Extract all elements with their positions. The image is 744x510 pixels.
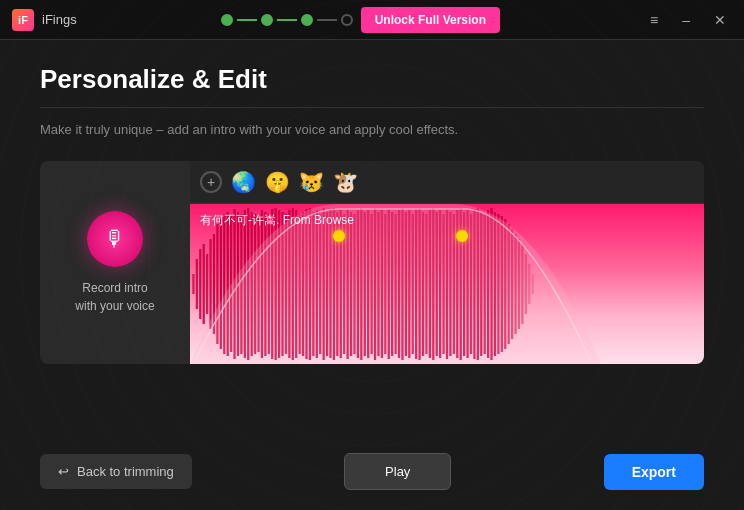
emoji-button-3[interactable]: 😿 — [298, 169, 324, 195]
step-2 — [261, 14, 273, 26]
title-bar-center: Unlock Full Version — [221, 7, 500, 33]
waveform-container[interactable]: 有何不可-许嵩. From Browse — [190, 204, 704, 364]
step-indicator — [221, 14, 353, 26]
app-name: iFings — [42, 12, 77, 27]
track-label: 有何不可-许嵩. From Browse — [200, 212, 354, 229]
export-button[interactable]: Export — [604, 454, 704, 490]
page-title: Personalize & Edit — [40, 64, 704, 95]
record-intro-text: Record introwith your voice — [75, 281, 154, 313]
back-to-trimming-button[interactable]: ↩ Back to trimming — [40, 454, 192, 489]
divider — [40, 107, 704, 108]
back-label: Back to trimming — [77, 464, 174, 479]
main-content: Personalize & Edit Make it truly unique … — [0, 40, 744, 388]
footer: ↩ Back to trimming Play Export — [0, 453, 744, 490]
menu-button[interactable]: ≡ — [644, 10, 664, 30]
emoji-button-4[interactable]: 🐮 — [332, 169, 358, 195]
mic-button[interactable]: 🎙 — [87, 211, 143, 267]
step-4 — [341, 14, 353, 26]
step-line-1 — [237, 19, 257, 21]
add-track-button[interactable]: + — [200, 171, 222, 193]
unlock-button[interactable]: Unlock Full Version — [361, 7, 500, 33]
play-button[interactable]: Play — [344, 453, 451, 490]
control-point-1[interactable] — [333, 230, 345, 242]
mic-icon: 🎙 — [104, 226, 126, 252]
emoji-button-1[interactable]: 🌏 — [230, 169, 256, 195]
waveform-toolbar: + 🌏 🤫 😿 🐮 — [190, 161, 704, 204]
app-icon: iF — [12, 9, 34, 31]
record-label: Record introwith your voice — [75, 279, 154, 315]
record-panel: 🎙 Record introwith your voice — [40, 161, 190, 364]
svg-rect-3 — [203, 244, 205, 324]
back-arrow-icon: ↩ — [58, 464, 69, 479]
subtitle: Make it truly unique – add an intro with… — [40, 122, 704, 137]
svg-rect-5 — [209, 239, 211, 329]
step-3 — [301, 14, 313, 26]
svg-rect-1 — [196, 259, 198, 309]
editor-area: 🎙 Record introwith your voice + 🌏 🤫 😿 🐮 … — [40, 161, 704, 364]
title-bar-right: ≡ – ✕ — [644, 10, 732, 30]
step-line-2 — [277, 19, 297, 21]
title-bar: iF iFings Unlock Full Version ≡ – ✕ — [0, 0, 744, 40]
waveform-panel: + 🌏 🤫 😿 🐮 有何不可-许嵩. From Browse — [190, 161, 704, 364]
svg-rect-0 — [192, 274, 194, 294]
svg-rect-4 — [206, 254, 208, 314]
step-line-3 — [317, 19, 337, 21]
svg-rect-2 — [199, 249, 201, 319]
close-button[interactable]: ✕ — [708, 10, 732, 30]
emoji-button-2[interactable]: 🤫 — [264, 169, 290, 195]
title-bar-left: iF iFings — [12, 9, 77, 31]
control-point-2[interactable] — [456, 230, 468, 242]
minimize-button[interactable]: – — [676, 10, 696, 30]
step-1 — [221, 14, 233, 26]
